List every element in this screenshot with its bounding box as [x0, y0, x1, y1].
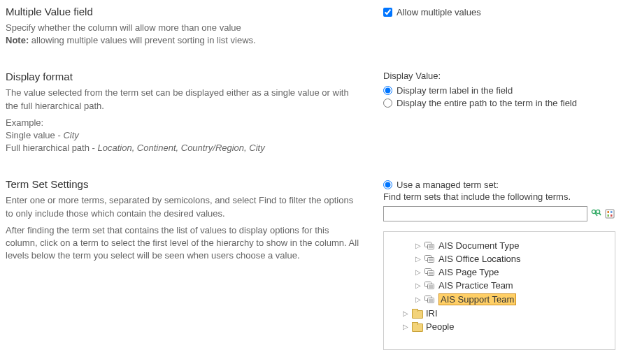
multi-heading: Multiple Value field	[6, 6, 362, 17]
folder-icon	[412, 322, 423, 332]
example-single-prefix: Single value -	[6, 130, 63, 140]
display-radio2-text: Display the entire path to the term in t…	[397, 98, 577, 108]
tree-node-label[interactable]: AIS Page Type	[438, 267, 499, 277]
termset-icon	[424, 241, 436, 251]
tree-node-label[interactable]: AIS Document Type	[438, 240, 519, 251]
display-desc: The value selected from the term set can…	[6, 87, 362, 112]
svg-rect-14	[428, 257, 434, 262]
example-full-prefix: Full hierarchical path -	[6, 143, 98, 153]
tree-node[interactable]: ▷ AIS Support Team	[390, 292, 609, 307]
display-radio1-text: Display term label in the field	[397, 85, 513, 96]
reset-icon[interactable]	[604, 208, 615, 219]
multi-note-prefix: Note:	[6, 35, 29, 45]
termset-icon	[424, 295, 436, 305]
svg-point-1	[596, 210, 599, 214]
display-radio2[interactable]	[383, 99, 392, 108]
multi-desc: Specify whether the column will allow mo…	[6, 22, 362, 47]
svg-rect-8	[611, 214, 613, 217]
tree-node-label[interactable]: AIS Support Team	[438, 293, 516, 305]
termset-icon	[424, 281, 436, 291]
allow-multi-text: Allow multiple values	[397, 7, 481, 17]
tree-node-label[interactable]: IRI	[426, 308, 438, 319]
tree-node[interactable]: ▷ IRI	[390, 307, 609, 320]
display-radio2-label[interactable]: Display the entire path to the term in t…	[383, 98, 615, 108]
display-radio1-label[interactable]: Display term label in the field	[383, 85, 615, 96]
svg-rect-4	[606, 210, 614, 218]
use-managed-radio[interactable]	[383, 180, 392, 189]
termset-tree[interactable]: ▷ AIS Document Type▷ AIS Office Location…	[383, 231, 615, 350]
termset-desc2: After finding the term set that contains…	[6, 224, 362, 263]
expand-icon[interactable]: ▷	[415, 296, 422, 303]
find-hint: Find term sets that include the followin…	[383, 191, 615, 202]
svg-rect-5	[608, 211, 610, 213]
display-example: Example: Single value - City Full hierar…	[6, 117, 362, 155]
folder-icon	[412, 309, 423, 319]
tree-node[interactable]: ▷ People	[390, 320, 609, 333]
tree-node[interactable]: ▷ AIS Practice Team	[390, 279, 609, 292]
tree-node[interactable]: ▷ AIS Document Type	[390, 239, 609, 252]
multi-desc-line1: Specify whether the column will allow mo…	[6, 22, 241, 33]
display-value-heading: Display Value:	[383, 71, 615, 81]
svg-rect-7	[608, 214, 610, 217]
expand-icon[interactable]: ▷	[415, 255, 422, 263]
use-managed-text: Use a managed term set:	[397, 180, 499, 190]
termset-icon	[424, 268, 436, 277]
display-radio1[interactable]	[383, 86, 392, 95]
display-heading: Display format	[6, 71, 362, 82]
tree-node-label[interactable]: AIS Practice Team	[438, 280, 513, 291]
svg-rect-26	[428, 298, 434, 303]
svg-rect-6	[611, 211, 613, 213]
expand-icon[interactable]: ▷	[415, 282, 422, 289]
termset-desc1: Enter one or more terms, separated by se…	[6, 194, 362, 219]
allow-multi-label[interactable]: Allow multiple values	[383, 7, 481, 17]
allow-multi-checkbox[interactable]	[383, 8, 392, 17]
termset-heading: Term Set Settings	[6, 178, 362, 190]
example-single-italic: City	[63, 130, 78, 140]
tree-node[interactable]: ▷ AIS Office Locations	[390, 252, 609, 265]
expand-icon[interactable]: ▷	[415, 242, 422, 249]
tree-node[interactable]: ▷ AIS Page Type	[390, 265, 609, 279]
expand-icon[interactable]: ▷	[415, 268, 422, 276]
example-label: Example:	[6, 117, 43, 128]
example-full-italic: Location, Continent, Country/Region, Cit…	[98, 143, 265, 153]
svg-point-0	[592, 210, 595, 214]
tree-node-label[interactable]: People	[426, 321, 454, 332]
multi-note-rest: allowing multiple values will prevent so…	[29, 35, 255, 45]
termset-search-input[interactable]	[383, 206, 587, 221]
tree-node-label[interactable]: AIS Office Locations	[438, 254, 521, 264]
svg-rect-10	[428, 244, 434, 249]
expand-icon[interactable]: ▷	[402, 310, 409, 317]
expand-icon[interactable]: ▷	[402, 323, 409, 330]
termset-icon	[424, 254, 436, 264]
use-managed-label[interactable]: Use a managed term set:	[383, 180, 499, 190]
svg-rect-18	[428, 270, 434, 275]
svg-rect-22	[428, 284, 434, 289]
find-icon[interactable]	[590, 208, 601, 219]
svg-line-3	[599, 213, 601, 215]
